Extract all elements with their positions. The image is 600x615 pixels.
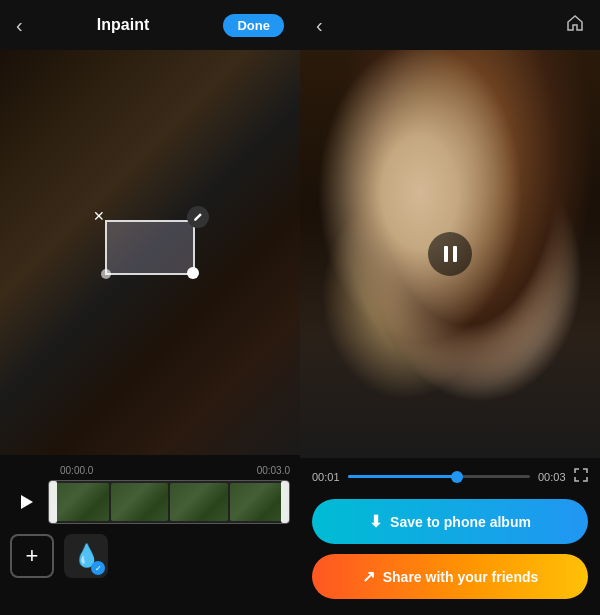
left-panel: ‹ Inpaint Done ✕ 00:00.0 00:03.0 xyxy=(0,0,300,615)
selection-close-icon[interactable]: ✕ xyxy=(93,208,105,224)
play-icon xyxy=(18,494,34,510)
left-video-area: ✕ xyxy=(0,50,300,455)
right-back-button[interactable]: ‹ xyxy=(316,14,323,37)
selection-handle-bl[interactable] xyxy=(101,269,111,279)
fullscreen-icon xyxy=(574,468,588,482)
left-bottom-panel: 00:00.0 00:03.0 + xyxy=(0,455,300,615)
left-video-bg: ✕ xyxy=(0,50,300,455)
progress-thumb[interactable] xyxy=(451,471,463,483)
selection-box[interactable]: ✕ xyxy=(105,220,195,275)
progress-bar-fill xyxy=(348,475,457,478)
right-header: ‹ xyxy=(300,0,600,50)
pause-bar-right xyxy=(453,246,457,262)
right-panel: ‹ 00:01 00:03 xyxy=(300,0,600,615)
selection-handle-br[interactable] xyxy=(187,267,199,279)
left-title: Inpaint xyxy=(97,16,149,34)
save-label: Save to phone album xyxy=(390,514,531,530)
timeline-thumb-3 xyxy=(170,483,228,521)
droplet-badge xyxy=(91,561,105,575)
action-buttons: ⬇ Save to phone album ↗ Share with your … xyxy=(312,499,588,599)
pause-bar-left xyxy=(444,246,448,262)
pause-icon xyxy=(444,246,457,262)
timeline-thumb-1 xyxy=(51,483,109,521)
left-header: ‹ Inpaint Done xyxy=(0,0,300,50)
share-label: Share with your friends xyxy=(383,569,539,585)
timeline-thumb-4 xyxy=(230,483,288,521)
selection-edit-icon[interactable] xyxy=(187,206,209,228)
left-back-button[interactable]: ‹ xyxy=(16,14,23,37)
home-icon xyxy=(566,14,584,32)
timeline-handle-right[interactable] xyxy=(281,481,289,523)
share-button[interactable]: ↗ Share with your friends xyxy=(312,554,588,599)
timeline-track xyxy=(10,480,290,524)
timeline-end-label: 00:03.0 xyxy=(257,465,290,476)
progress-row: 00:01 00:03 xyxy=(312,468,588,485)
right-video-area xyxy=(300,50,600,458)
add-tool-button[interactable]: + xyxy=(10,534,54,578)
timeline-start-label: 00:00.0 xyxy=(60,465,93,476)
done-button[interactable]: Done xyxy=(223,14,284,37)
play-button[interactable] xyxy=(10,486,42,518)
droplet-tool-button[interactable]: 💧 xyxy=(64,534,108,578)
timeline-handle-left[interactable] xyxy=(49,481,57,523)
timeline-labels: 00:00.0 00:03.0 xyxy=(10,465,290,480)
timeline-thumb-2 xyxy=(111,483,169,521)
end-time-label: 00:03 xyxy=(538,471,566,483)
timeline-strip[interactable] xyxy=(48,480,290,524)
home-button[interactable] xyxy=(566,14,584,37)
current-time-label: 00:01 xyxy=(312,471,340,483)
left-tools: + 💧 xyxy=(10,534,290,578)
svg-marker-0 xyxy=(21,495,33,509)
pencil-icon xyxy=(193,212,203,222)
share-icon: ↗ xyxy=(362,567,375,586)
pause-button[interactable] xyxy=(428,232,472,276)
save-icon: ⬇ xyxy=(369,512,382,531)
right-bottom-panel: 00:01 00:03 ⬇ Save to phone album ↗ Shar… xyxy=(300,458,600,615)
timeline-strip-inner xyxy=(49,481,289,523)
progress-bar[interactable] xyxy=(348,475,530,478)
fullscreen-button[interactable] xyxy=(574,468,588,485)
right-video-bg xyxy=(300,50,600,458)
save-button[interactable]: ⬇ Save to phone album xyxy=(312,499,588,544)
